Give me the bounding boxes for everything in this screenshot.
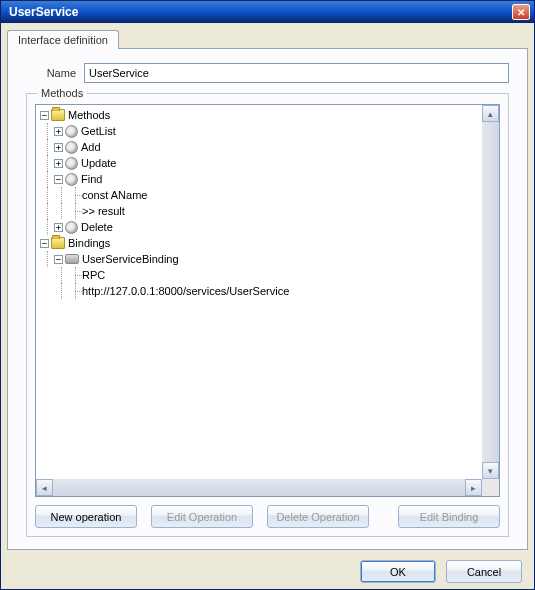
- ok-button[interactable]: OK: [360, 560, 436, 583]
- binding-icon: [65, 254, 79, 264]
- scroll-left-icon[interactable]: ◂: [36, 479, 53, 496]
- tree: − Methods + GetList +: [36, 105, 499, 301]
- tree-scroll-area[interactable]: − Methods + GetList +: [35, 104, 500, 497]
- collapse-icon[interactable]: −: [40, 111, 49, 120]
- tree-node-find-result[interactable]: >> result: [40, 203, 497, 219]
- new-operation-button[interactable]: New operation: [35, 505, 137, 528]
- methods-buttons: New operation Edit Operation Delete Oper…: [35, 505, 500, 528]
- expand-icon[interactable]: +: [54, 159, 63, 168]
- gear-icon: [65, 157, 78, 170]
- delete-operation-button: Delete Operation: [267, 505, 369, 528]
- vertical-scrollbar[interactable]: ▴ ▾: [482, 105, 499, 479]
- edit-binding-button: Edit Binding: [398, 505, 500, 528]
- cancel-button[interactable]: Cancel: [446, 560, 522, 583]
- horizontal-scrollbar[interactable]: ◂ ▸: [36, 479, 499, 496]
- tab-panel: Name Methods − Methods +: [7, 48, 528, 550]
- tab-strip: Interface definition: [7, 29, 528, 48]
- folder-open-icon: [51, 109, 65, 121]
- tree-node-methods[interactable]: − Methods: [40, 107, 497, 123]
- tree-node-bindings[interactable]: − Bindings: [40, 235, 497, 251]
- expand-icon[interactable]: +: [54, 223, 63, 232]
- gear-icon: [65, 221, 78, 234]
- methods-legend: Methods: [37, 87, 87, 99]
- tab-interface-definition[interactable]: Interface definition: [7, 30, 119, 49]
- window-title: UserService: [9, 5, 512, 19]
- tree-node-userservicebinding[interactable]: − UserServiceBinding: [40, 251, 497, 267]
- collapse-icon[interactable]: −: [54, 175, 63, 184]
- scroll-corner: [482, 479, 499, 496]
- name-input[interactable]: [84, 63, 509, 83]
- gear-icon: [65, 125, 78, 138]
- name-label: Name: [26, 67, 76, 79]
- expand-icon[interactable]: +: [54, 127, 63, 136]
- gear-icon: [65, 173, 78, 186]
- scroll-right-icon[interactable]: ▸: [465, 479, 482, 496]
- scroll-down-icon[interactable]: ▾: [482, 462, 499, 479]
- close-icon[interactable]: ✕: [512, 4, 530, 20]
- tree-node-getlist[interactable]: + GetList: [40, 123, 497, 139]
- dialog-buttons: OK Cancel: [7, 550, 528, 583]
- gear-icon: [65, 141, 78, 154]
- edit-operation-button: Edit Operation: [151, 505, 253, 528]
- collapse-icon[interactable]: −: [40, 239, 49, 248]
- tree-node-find[interactable]: − Find: [40, 171, 497, 187]
- tree-node-find-param[interactable]: const AName: [40, 187, 497, 203]
- folder-open-icon: [51, 237, 65, 249]
- name-row: Name: [26, 63, 509, 83]
- tree-node-binding-url[interactable]: http://127.0.0.1:8000/services/UserServi…: [40, 283, 497, 299]
- tree-node-add[interactable]: + Add: [40, 139, 497, 155]
- tree-node-update[interactable]: + Update: [40, 155, 497, 171]
- client-area: Interface definition Name Methods − Meth…: [1, 23, 534, 589]
- scroll-up-icon[interactable]: ▴: [482, 105, 499, 122]
- tree-node-delete[interactable]: + Delete: [40, 219, 497, 235]
- tree-node-binding-rpc[interactable]: RPC: [40, 267, 497, 283]
- methods-fieldset: Methods − Methods + GetList: [26, 93, 509, 537]
- title-bar: UserService ✕: [1, 1, 534, 23]
- expand-icon[interactable]: +: [54, 143, 63, 152]
- collapse-icon[interactable]: −: [54, 255, 63, 264]
